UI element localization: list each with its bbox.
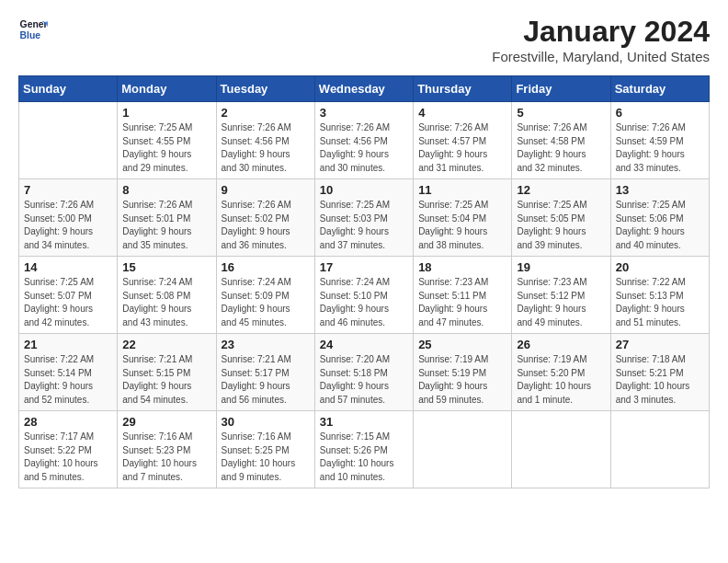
day-cell bbox=[414, 411, 512, 488]
day-info: Sunrise: 7:26 AM Sunset: 4:58 PM Dayligh… bbox=[517, 121, 605, 175]
day-number: 1 bbox=[122, 106, 210, 120]
day-cell: 28Sunrise: 7:17 AM Sunset: 5:22 PM Dayli… bbox=[19, 411, 118, 488]
header-cell-thursday: Thursday bbox=[414, 76, 512, 102]
day-info: Sunrise: 7:24 AM Sunset: 5:09 PM Dayligh… bbox=[222, 276, 310, 329]
day-cell: 11Sunrise: 7:25 AM Sunset: 5:04 PM Dayli… bbox=[414, 179, 512, 257]
day-cell: 29Sunrise: 7:16 AM Sunset: 5:23 PM Dayli… bbox=[118, 411, 216, 488]
header: General Blue January 2024 Forestville, M… bbox=[18, 15, 710, 64]
day-info: Sunrise: 7:17 AM Sunset: 5:22 PM Dayligh… bbox=[24, 431, 112, 484]
day-cell: 20Sunrise: 7:22 AM Sunset: 5:13 PM Dayli… bbox=[610, 257, 709, 334]
day-number: 2 bbox=[222, 106, 310, 120]
day-number: 8 bbox=[122, 183, 210, 197]
day-cell: 21Sunrise: 7:22 AM Sunset: 5:14 PM Dayli… bbox=[19, 334, 118, 411]
header-cell-saturday: Saturday bbox=[610, 76, 709, 102]
day-number: 31 bbox=[320, 415, 408, 429]
day-cell: 23Sunrise: 7:21 AM Sunset: 5:17 PM Dayli… bbox=[216, 334, 314, 411]
day-cell: 2Sunrise: 7:26 AM Sunset: 4:56 PM Daylig… bbox=[216, 102, 314, 179]
week-row-2: 14Sunrise: 7:25 AM Sunset: 5:07 PM Dayli… bbox=[19, 257, 710, 334]
day-number: 27 bbox=[616, 338, 704, 351]
day-number: 16 bbox=[222, 260, 310, 274]
day-info: Sunrise: 7:25 AM Sunset: 5:04 PM Dayligh… bbox=[418, 199, 506, 252]
day-cell: 6Sunrise: 7:26 AM Sunset: 4:59 PM Daylig… bbox=[610, 102, 709, 179]
day-cell: 10Sunrise: 7:25 AM Sunset: 5:03 PM Dayli… bbox=[314, 179, 413, 257]
day-number: 21 bbox=[24, 338, 112, 351]
day-info: Sunrise: 7:19 AM Sunset: 5:20 PM Dayligh… bbox=[517, 353, 605, 407]
day-info: Sunrise: 7:25 AM Sunset: 5:07 PM Dayligh… bbox=[24, 276, 112, 329]
day-number: 13 bbox=[616, 183, 704, 197]
day-cell: 17Sunrise: 7:24 AM Sunset: 5:10 PM Dayli… bbox=[314, 257, 413, 334]
day-number: 23 bbox=[222, 338, 310, 351]
header-cell-friday: Friday bbox=[512, 76, 610, 102]
day-cell: 22Sunrise: 7:21 AM Sunset: 5:15 PM Dayli… bbox=[118, 334, 216, 411]
day-cell: 5Sunrise: 7:26 AM Sunset: 4:58 PM Daylig… bbox=[512, 102, 610, 179]
header-cell-wednesday: Wednesday bbox=[314, 76, 413, 102]
day-cell: 26Sunrise: 7:19 AM Sunset: 5:20 PM Dayli… bbox=[512, 334, 610, 411]
calendar-title: January 2024 bbox=[492, 15, 710, 49]
day-info: Sunrise: 7:26 AM Sunset: 5:01 PM Dayligh… bbox=[122, 199, 210, 252]
logo-icon: General Blue bbox=[18, 15, 48, 44]
week-row-0: 1Sunrise: 7:25 AM Sunset: 4:55 PM Daylig… bbox=[19, 102, 710, 179]
week-row-1: 7Sunrise: 7:26 AM Sunset: 5:00 PM Daylig… bbox=[19, 179, 710, 257]
day-info: Sunrise: 7:18 AM Sunset: 5:21 PM Dayligh… bbox=[616, 353, 704, 407]
day-number: 19 bbox=[517, 260, 605, 274]
day-number: 28 bbox=[24, 415, 112, 429]
title-section: January 2024 Forestville, Maryland, Unit… bbox=[492, 15, 710, 64]
day-cell: 18Sunrise: 7:23 AM Sunset: 5:11 PM Dayli… bbox=[414, 257, 512, 334]
day-cell: 27Sunrise: 7:18 AM Sunset: 5:21 PM Dayli… bbox=[610, 334, 709, 411]
day-cell: 3Sunrise: 7:26 AM Sunset: 4:56 PM Daylig… bbox=[314, 102, 413, 179]
header-cell-tuesday: Tuesday bbox=[216, 76, 314, 102]
day-info: Sunrise: 7:24 AM Sunset: 5:10 PM Dayligh… bbox=[320, 276, 408, 329]
day-number: 9 bbox=[222, 183, 310, 197]
day-cell: 16Sunrise: 7:24 AM Sunset: 5:09 PM Dayli… bbox=[216, 257, 314, 334]
day-number: 30 bbox=[222, 415, 310, 429]
day-number: 15 bbox=[122, 260, 210, 274]
day-number: 14 bbox=[24, 260, 112, 274]
day-number: 12 bbox=[517, 183, 605, 197]
day-cell: 7Sunrise: 7:26 AM Sunset: 5:00 PM Daylig… bbox=[19, 179, 118, 257]
day-cell: 4Sunrise: 7:26 AM Sunset: 4:57 PM Daylig… bbox=[414, 102, 512, 179]
day-number: 29 bbox=[122, 415, 210, 429]
day-cell: 31Sunrise: 7:15 AM Sunset: 5:26 PM Dayli… bbox=[314, 411, 413, 488]
day-cell: 1Sunrise: 7:25 AM Sunset: 4:55 PM Daylig… bbox=[118, 102, 216, 179]
day-number: 25 bbox=[418, 338, 506, 351]
day-cell: 30Sunrise: 7:16 AM Sunset: 5:25 PM Dayli… bbox=[216, 411, 314, 488]
day-info: Sunrise: 7:23 AM Sunset: 5:12 PM Dayligh… bbox=[517, 276, 605, 329]
svg-text:Blue: Blue bbox=[20, 30, 41, 40]
day-cell: 12Sunrise: 7:25 AM Sunset: 5:05 PM Dayli… bbox=[512, 179, 610, 257]
calendar-body: 1Sunrise: 7:25 AM Sunset: 4:55 PM Daylig… bbox=[19, 102, 710, 488]
day-cell: 25Sunrise: 7:19 AM Sunset: 5:19 PM Dayli… bbox=[414, 334, 512, 411]
week-row-3: 21Sunrise: 7:22 AM Sunset: 5:14 PM Dayli… bbox=[19, 334, 710, 411]
day-cell bbox=[19, 102, 118, 179]
day-number: 26 bbox=[517, 338, 605, 351]
day-number: 22 bbox=[122, 338, 210, 351]
day-cell bbox=[610, 411, 709, 488]
day-info: Sunrise: 7:19 AM Sunset: 5:19 PM Dayligh… bbox=[418, 353, 506, 407]
day-info: Sunrise: 7:26 AM Sunset: 4:57 PM Dayligh… bbox=[418, 121, 506, 175]
day-info: Sunrise: 7:21 AM Sunset: 5:15 PM Dayligh… bbox=[122, 353, 210, 407]
day-info: Sunrise: 7:16 AM Sunset: 5:23 PM Dayligh… bbox=[122, 431, 210, 484]
day-cell: 14Sunrise: 7:25 AM Sunset: 5:07 PM Dayli… bbox=[19, 257, 118, 334]
day-info: Sunrise: 7:26 AM Sunset: 5:00 PM Dayligh… bbox=[24, 199, 112, 252]
day-number: 5 bbox=[517, 106, 605, 120]
day-info: Sunrise: 7:26 AM Sunset: 4:56 PM Dayligh… bbox=[222, 121, 310, 175]
day-info: Sunrise: 7:26 AM Sunset: 5:02 PM Dayligh… bbox=[222, 199, 310, 252]
day-info: Sunrise: 7:25 AM Sunset: 5:05 PM Dayligh… bbox=[517, 199, 605, 252]
svg-text:General: General bbox=[20, 19, 48, 29]
day-info: Sunrise: 7:21 AM Sunset: 5:17 PM Dayligh… bbox=[222, 353, 310, 407]
day-cell: 24Sunrise: 7:20 AM Sunset: 5:18 PM Dayli… bbox=[314, 334, 413, 411]
day-cell bbox=[512, 411, 610, 488]
day-info: Sunrise: 7:22 AM Sunset: 5:14 PM Dayligh… bbox=[24, 353, 112, 407]
week-row-4: 28Sunrise: 7:17 AM Sunset: 5:22 PM Dayli… bbox=[19, 411, 710, 488]
calendar-subtitle: Forestville, Maryland, United States bbox=[492, 49, 710, 64]
day-cell: 9Sunrise: 7:26 AM Sunset: 5:02 PM Daylig… bbox=[216, 179, 314, 257]
day-info: Sunrise: 7:15 AM Sunset: 5:26 PM Dayligh… bbox=[320, 431, 408, 484]
day-number: 24 bbox=[320, 338, 408, 351]
day-number: 18 bbox=[418, 260, 506, 274]
header-row: SundayMondayTuesdayWednesdayThursdayFrid… bbox=[19, 76, 710, 102]
day-cell: 15Sunrise: 7:24 AM Sunset: 5:08 PM Dayli… bbox=[118, 257, 216, 334]
calendar-header: SundayMondayTuesdayWednesdayThursdayFrid… bbox=[19, 76, 710, 102]
calendar-table: SundayMondayTuesdayWednesdayThursdayFrid… bbox=[18, 75, 710, 488]
day-cell: 13Sunrise: 7:25 AM Sunset: 5:06 PM Dayli… bbox=[610, 179, 709, 257]
day-number: 17 bbox=[320, 260, 408, 274]
day-info: Sunrise: 7:26 AM Sunset: 4:59 PM Dayligh… bbox=[616, 121, 704, 175]
